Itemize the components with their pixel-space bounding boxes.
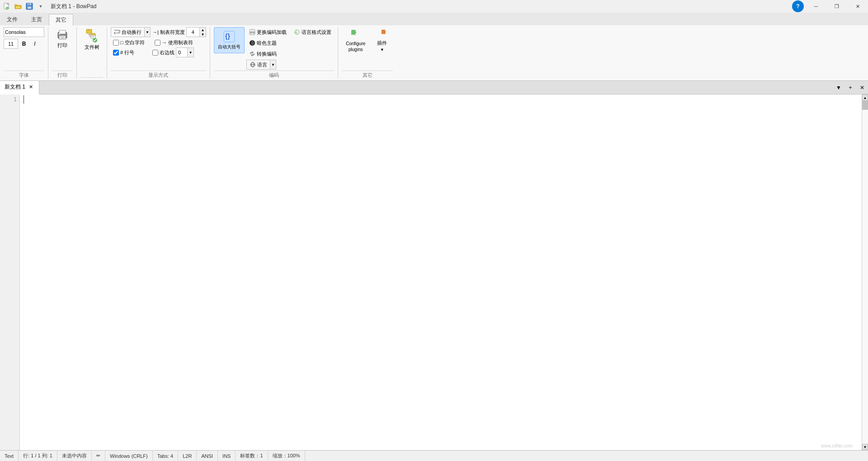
watermark: www.zdfan.com [821, 443, 853, 448]
right-border-value: 0 [176, 50, 187, 55]
display-col-1: 自动换行 ▼ □ 空白字符 # 行号 [111, 27, 151, 57]
font-selectors: B I [4, 27, 44, 50]
status-direction[interactable]: L2R [178, 451, 197, 461]
usetab-checkbox-label[interactable]: → 使用制表符 [152, 38, 206, 47]
status-line-ending[interactable]: Windows (CRLF) [105, 451, 153, 461]
status-insert-mode[interactable]: INS [218, 451, 236, 461]
filetree-label: 文件树 [85, 44, 99, 51]
svg-point-15 [59, 33, 60, 35]
scrollbar-thumb[interactable] [862, 101, 868, 110]
other-group-label: 其它 [342, 71, 393, 79]
file-tree-icon [85, 28, 98, 43]
auto-wrap-dropdown[interactable]: ▼ [144, 27, 151, 37]
whitespace-checkbox[interactable] [113, 40, 119, 46]
svg-rect-6 [27, 3, 31, 5]
status-direction-text: L2R [183, 453, 192, 459]
svg-rect-14 [60, 38, 65, 39]
tab-other[interactable]: 其它 [49, 14, 73, 26]
svg-rect-24 [92, 37, 94, 38]
status-edit-icon-item[interactable]: ✏ [92, 451, 105, 461]
bold-button[interactable]: B [19, 39, 29, 49]
close-button[interactable]: ✕ [847, 0, 868, 13]
ribbon-group-print: 打印 打印 [48, 27, 77, 79]
convert-encoding-button[interactable]: 转换编码 [246, 49, 289, 59]
font-group-label: 字体 [4, 71, 44, 79]
linenum-checkbox[interactable] [113, 50, 119, 56]
status-mode[interactable]: Text [0, 451, 19, 461]
configure-plugins-button[interactable]: Configure plugins [342, 27, 369, 53]
status-selection: 未选中内容 [57, 451, 92, 461]
display-group-controls: 自动换行 ▼ □ 空白字符 # 行号 [111, 27, 206, 71]
tab-add-button[interactable]: + [844, 81, 856, 94]
svg-rect-1 [7, 3, 9, 5]
font-name-input[interactable] [4, 27, 44, 37]
italic-button[interactable]: I [30, 39, 40, 49]
language-icon [250, 61, 256, 68]
font-size-input[interactable] [4, 39, 18, 49]
language-button[interactable]: 语言 [246, 60, 270, 70]
scrollbar-up-btn[interactable]: ▲ [862, 94, 868, 101]
open-file-btn[interactable] [13, 1, 23, 11]
auto-big-brackets-icon: {} [223, 30, 236, 43]
right-border-value-select[interactable]: 0 ▼ [176, 47, 194, 57]
restore-button[interactable]: ❐ [826, 0, 847, 13]
title-bar: ▼ 新文档 1 - BowPad ? ─ ❐ ✕ [0, 0, 868, 13]
print-button[interactable]: 打印 [52, 27, 73, 50]
ribbon: 文件 主页 其它 B I 字体 [0, 13, 868, 81]
editor-content[interactable] [20, 94, 862, 450]
scrollbar-track[interactable] [862, 101, 868, 444]
tab-close-button[interactable]: ✕ [856, 81, 868, 94]
plugins-button[interactable]: 插件 ▼ [371, 27, 393, 53]
whitespace-checkbox-label[interactable]: □ 空白字符 [111, 38, 151, 47]
whitespace-label: □ 空白字符 [120, 39, 145, 46]
vertical-scrollbar[interactable]: ▲ ▼ [862, 94, 868, 450]
document-tab-1[interactable]: 新文档 1 ✕ [0, 81, 39, 94]
print-group-controls: 打印 [52, 27, 73, 71]
right-border-checkbox[interactable] [152, 50, 158, 56]
status-tabs[interactable]: Tabs: 4 [153, 451, 178, 461]
encode-load-button[interactable]: enc 更换编码加载 [246, 27, 289, 37]
convert-encoding-label: 转换编码 [257, 51, 277, 57]
encode-load-label: 更换编码加载 [257, 29, 287, 36]
display-group-label: 显示方式 [111, 71, 206, 79]
plugins-label: 插件 [377, 40, 387, 47]
svg-rect-13 [60, 37, 65, 38]
tab-dropdown-button[interactable]: ▼ [833, 81, 844, 94]
tab-width-down[interactable]: ▼ [200, 32, 206, 37]
configure-plugins-label: Configure [346, 41, 365, 46]
tab-file[interactable]: 文件 [0, 14, 24, 25]
svg-rect-22 [91, 35, 95, 38]
auto-wrap-button[interactable]: 自动换行 [111, 27, 144, 37]
print-label: 打印 [57, 42, 67, 49]
language-dropdown[interactable]: ▼ [270, 60, 276, 70]
new-file-btn[interactable] [2, 1, 12, 11]
status-encoding[interactable]: ANSI [197, 451, 218, 461]
usetab-checkbox[interactable] [155, 40, 160, 46]
ribbon-group-font: B I 字体 [0, 27, 48, 79]
tab-width-up[interactable]: ▲ [200, 28, 206, 32]
auto-wrap-btn-group: 自动换行 ▼ [111, 27, 151, 37]
scrollbar-down-btn[interactable]: ▼ [862, 444, 868, 450]
svg-text:A: A [295, 31, 297, 34]
save-file-btn[interactable] [24, 1, 34, 11]
dark-theme-button[interactable]: 暗色主题 [246, 38, 289, 48]
language-label: 语言 [257, 61, 267, 68]
lang-format-label: 语言格式设置 [302, 29, 331, 36]
right-border-dropdown-arrow[interactable]: ▼ [187, 48, 193, 57]
help-button[interactable]: ? [792, 0, 804, 12]
minimize-button[interactable]: ─ [806, 0, 826, 13]
tab-width-spinner[interactable]: ▲ ▼ [186, 27, 206, 37]
tab-home[interactable]: 主页 [24, 14, 49, 25]
auto-big-brackets-button[interactable]: {} 自动大括号 [214, 27, 245, 53]
tab-width-value[interactable] [187, 28, 199, 37]
undo-dropdown-btn[interactable]: ▼ [36, 1, 46, 11]
document-tabs-bar: 新文档 1 ✕ ▼ + ✕ [0, 81, 868, 94]
document-tab-label: 新文档 1 [5, 83, 25, 91]
lang-format-button[interactable]: A 语言格式设置 [291, 27, 334, 37]
status-mode-text: Text [5, 453, 14, 459]
document-tab-close[interactable]: ✕ [27, 84, 34, 91]
filetree-group-controls: 文件树 [80, 27, 103, 77]
linenum-checkbox-label[interactable]: # 行号 [111, 48, 151, 57]
file-tree-button[interactable]: 文件树 [80, 27, 103, 52]
title-right: ? ─ ❐ ✕ [792, 0, 868, 13]
